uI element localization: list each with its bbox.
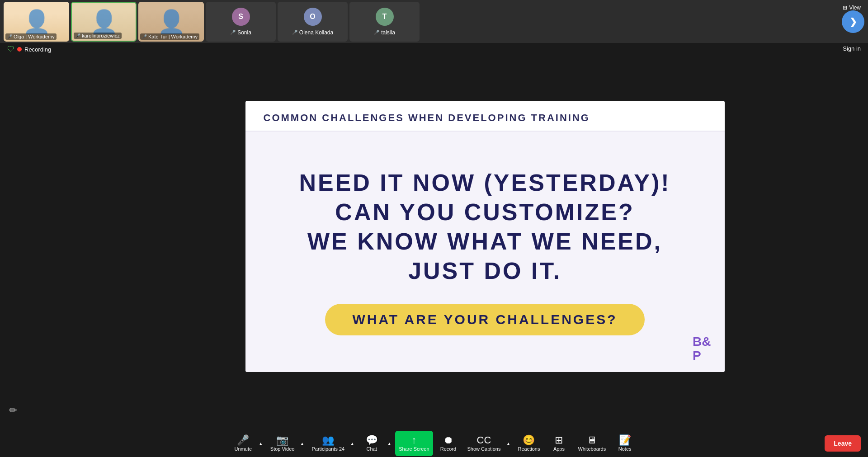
avatar-name-sonia: 🎤 Sonia — [230, 29, 251, 36]
participant-label-karolina: 🎤 karolinaroziewicz — [74, 33, 122, 39]
captions-chevron[interactable]: ▲ — [505, 431, 513, 456]
microphone-icon: 🎤 — [237, 435, 249, 445]
slide-header: COMMON CHALLENGES WHEN DEVELOPING TRAINI… — [245, 101, 725, 132]
shield-icon: 🛡 — [7, 45, 14, 53]
record-icon: ⏺ — [443, 435, 453, 445]
show-captions-group: CC Show Captions ▲ — [464, 431, 513, 456]
recording-label: Recording — [24, 46, 51, 53]
view-button[interactable]: ⊞ View — [843, 5, 861, 11]
participant-label-olga: 🎤 Olga | Workademy — [5, 33, 57, 40]
view-icon: ⊞ — [843, 5, 847, 11]
slide-challenge-box: WHAT ARE YOUR CHALLENGES? — [325, 304, 644, 335]
share-screen-label: Share Screen — [399, 446, 429, 452]
notes-button[interactable]: 📝 Notes — [611, 431, 638, 456]
stop-video-group: 📷 Stop Video ▲ — [267, 431, 307, 456]
notes-icon: 📝 — [619, 435, 631, 445]
chat-button[interactable]: 💬 Chat — [358, 431, 385, 456]
share-screen-group: ↑ Share Screen — [395, 431, 433, 456]
unmute-label: Unmute — [235, 446, 252, 452]
stop-video-chevron[interactable]: ▲ — [298, 431, 306, 456]
avatar-name-olena: 🎤 Olena Koliada — [292, 29, 333, 36]
notes-label: Notes — [618, 446, 632, 452]
participants-chevron[interactable]: ▲ — [348, 431, 356, 456]
leave-button[interactable]: Leave — [825, 435, 861, 452]
slide-challenge-text: WHAT ARE YOUR CHALLENGES? — [352, 312, 617, 327]
stop-video-label: Stop Video — [270, 446, 295, 452]
participant-card-olena[interactable]: O 🎤 Olena Koliada — [278, 2, 348, 42]
show-captions-button[interactable]: CC Show Captions — [464, 431, 505, 456]
chat-group: 💬 Chat ▲ — [358, 431, 393, 456]
stop-video-button[interactable]: 📷 Stop Video — [267, 431, 298, 456]
annotation-button[interactable]: ✏ — [9, 405, 17, 416]
participants-group: 👥 Participants 24 ▲ — [308, 431, 356, 456]
avatar-olena: O — [304, 8, 322, 26]
reactions-label: Reactions — [518, 446, 540, 452]
participant-label-kate: 🎤 Kate Tur | Workademy — [140, 33, 199, 40]
recording-dot — [17, 47, 22, 52]
slide-body: NEED IT NOW (YESTERDAY)!CAN YOU CUSTOMIZ… — [245, 132, 725, 372]
record-label: Record — [440, 446, 456, 452]
share-screen-icon: ↑ — [411, 435, 416, 445]
chevron-right-icon: ❯ — [849, 16, 857, 27]
avatar-sonia: S — [232, 8, 250, 26]
participants-label: Participants 24 — [311, 446, 344, 452]
avatar-taisiia: T — [376, 8, 394, 26]
show-captions-label: Show Captions — [467, 446, 501, 452]
share-screen-button[interactable]: ↑ Share Screen — [395, 431, 433, 456]
apps-label: Apps — [553, 446, 565, 452]
whiteboards-button[interactable]: 🖥 Whiteboards — [574, 431, 609, 456]
participants-button[interactable]: 👥 Participants 24 — [308, 431, 348, 456]
chat-icon: 💬 — [366, 435, 378, 445]
chat-chevron[interactable]: ▲ — [385, 431, 393, 456]
main-content-area: COMMON CHALLENGES WHEN DEVELOPING TRAINI… — [102, 43, 868, 430]
participants-icon: 👥 — [322, 435, 334, 445]
reactions-button[interactable]: 😊 Reactions — [514, 431, 544, 456]
presentation-slide: COMMON CHALLENGES WHEN DEVELOPING TRAINI… — [245, 101, 725, 372]
toolbar: 🎤 Unmute ▲ 📷 Stop Video ▲ 👥 Participants… — [0, 430, 868, 457]
unmute-chevron[interactable]: ▲ — [257, 431, 265, 456]
more-participants-button[interactable]: ❯ — [842, 10, 864, 33]
whiteboards-label: Whiteboards — [578, 446, 606, 452]
camera-icon: 📷 — [276, 435, 288, 445]
captions-icon: CC — [477, 435, 491, 445]
whiteboards-icon: 🖥 — [587, 435, 597, 445]
participant-thumb-olga[interactable]: 👤 🎤 Olga | Workademy — [4, 2, 69, 42]
chat-label: Chat — [367, 446, 377, 452]
participant-thumb-kate[interactable]: 👤 🎤 Kate Tur | Workademy — [138, 2, 204, 42]
participant-card-sonia[interactable]: S 🎤 Sonia — [206, 2, 276, 42]
apps-icon: ⊞ — [555, 435, 563, 445]
participant-card-taisiia[interactable]: T 🎤 taisiia — [349, 2, 420, 42]
slide-logo: B&P — [693, 335, 711, 363]
unmute-button[interactable]: 🎤 Unmute — [230, 431, 257, 456]
apps-button[interactable]: ⊞ Apps — [545, 431, 572, 456]
participant-thumb-karolina[interactable]: 👤 🎤 karolinaroziewicz — [71, 2, 137, 42]
participant-strip: 👤 🎤 Olga | Workademy 👤 🎤 karolinaroziewi… — [0, 0, 868, 43]
unmute-group: 🎤 Unmute ▲ — [230, 431, 265, 456]
reactions-icon: 😊 — [523, 435, 535, 445]
recording-indicator: 🛡 Recording — [7, 45, 51, 53]
slide-title: COMMON CHALLENGES WHEN DEVELOPING TRAINI… — [264, 112, 707, 124]
slide-main-text: NEED IT NOW (YESTERDAY)!CAN YOU CUSTOMIZ… — [299, 168, 670, 286]
sign-in-button[interactable]: Sign in — [843, 45, 861, 52]
avatar-name-taisiia: 🎤 taisiia — [374, 29, 395, 36]
record-button[interactable]: ⏺ Record — [435, 431, 462, 456]
